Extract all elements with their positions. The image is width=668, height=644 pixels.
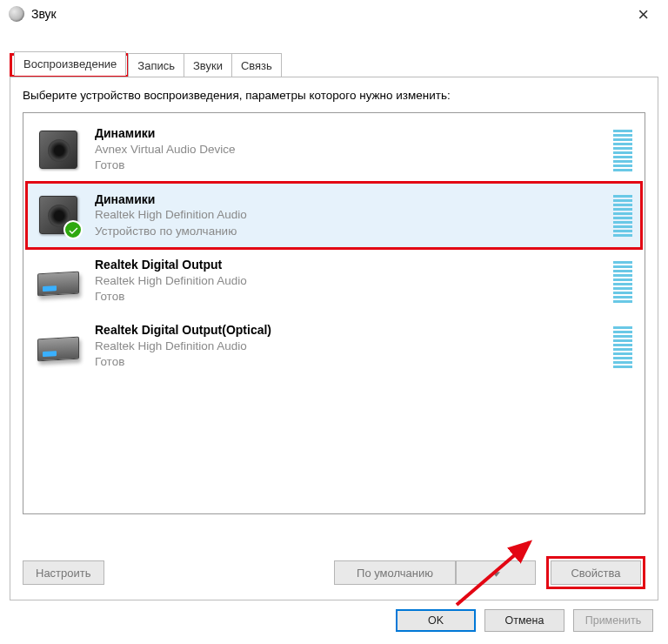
device-item[interactable]: Realtek Digital Output(Optical) Realtek … — [27, 313, 641, 379]
set-default-split-button[interactable]: По умолчанию — [334, 560, 536, 585]
sound-dialog: Звук × Воспроизведение Запись Звуки Связ… — [0, 0, 668, 644]
highlight-box-tab: Воспроизведение — [10, 53, 130, 77]
ok-button[interactable]: OK — [396, 609, 476, 632]
device-info: Динамики Avnex Virtual Audio Device Гото… — [95, 125, 599, 173]
device-list[interactable]: Динамики Avnex Virtual Audio Device Гото… — [23, 112, 645, 514]
properties-button[interactable]: Свойства — [551, 560, 641, 585]
sound-icon — [9, 6, 24, 22]
tab-recording[interactable]: Запись — [128, 53, 184, 77]
digital-output-icon — [36, 324, 81, 369]
level-meter — [613, 193, 632, 237]
device-driver: Realtek High Definition Audio — [95, 273, 599, 289]
title-bar: Звук × — [0, 0, 668, 28]
cancel-button[interactable]: Отмена — [484, 609, 564, 632]
close-button[interactable]: × — [631, 2, 656, 28]
device-status: Устройство по умолчанию — [95, 224, 599, 239]
device-item-selected[interactable]: Динамики Realtek High Definition Audio У… — [27, 183, 641, 248]
device-item[interactable]: Динамики Avnex Virtual Audio Device Гото… — [27, 117, 641, 182]
playback-panel: Выберите устройство воспроизведения, пар… — [10, 77, 658, 600]
tab-playback[interactable]: Воспроизведение — [14, 51, 126, 76]
device-name: Realtek Digital Output(Optical) — [95, 322, 599, 339]
device-driver: Avnex Virtual Audio Device — [95, 142, 599, 158]
device-status: Готов — [95, 354, 599, 370]
tabs-bar: Воспроизведение Запись Звуки Связь — [10, 52, 658, 77]
device-name: Динамики — [95, 125, 599, 142]
set-default-dropdown-button[interactable] — [456, 560, 536, 585]
speaker-icon — [36, 192, 81, 238]
panel-buttons-row: Настроить По умолчанию Свойства — [23, 556, 645, 589]
level-meter — [613, 259, 632, 303]
device-name: Динамики — [95, 191, 599, 208]
device-info: Realtek Digital Output(Optical) Realtek … — [95, 322, 599, 370]
device-driver: Realtek High Definition Audio — [95, 207, 599, 223]
configure-button[interactable]: Настроить — [23, 560, 104, 585]
set-default-button[interactable]: По умолчанию — [334, 560, 456, 585]
device-info: Realtek Digital Output Realtek High Defi… — [95, 257, 599, 305]
device-driver: Realtek High Definition Audio — [95, 339, 599, 354]
tab-communications[interactable]: Связь — [231, 53, 282, 77]
dialog-buttons: OK Отмена Применить — [10, 600, 658, 637]
device-status: Готов — [95, 158, 599, 173]
default-check-icon — [63, 220, 83, 239]
instruction-text: Выберите устройство воспроизведения, пар… — [23, 88, 645, 104]
device-name: Realtek Digital Output — [95, 257, 599, 273]
level-meter — [613, 325, 632, 368]
device-info: Динамики Realtek High Definition Audio У… — [95, 191, 599, 239]
level-meter — [613, 128, 632, 171]
device-status: Готов — [95, 289, 599, 305]
highlight-box-properties: Свойства — [546, 556, 645, 589]
window-title: Звук — [31, 7, 57, 21]
speaker-icon — [36, 127, 81, 172]
chevron-down-icon — [492, 567, 500, 580]
device-item[interactable]: Realtek Digital Output Realtek High Defi… — [27, 248, 641, 313]
tab-sounds[interactable]: Звуки — [184, 53, 232, 77]
apply-button[interactable]: Применить — [573, 609, 653, 632]
digital-output-icon — [36, 258, 81, 304]
